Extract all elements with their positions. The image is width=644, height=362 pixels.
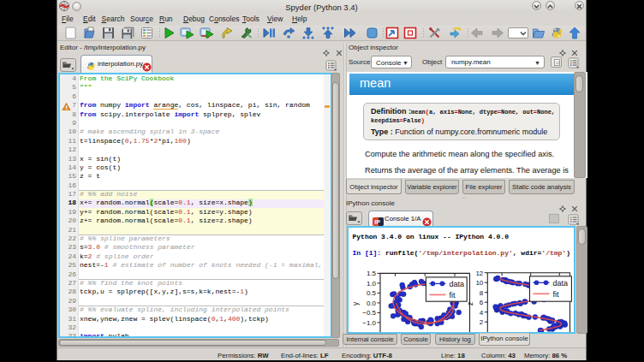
svg-text:1.5: 1.5 [367,270,377,277]
svg-text:2: 2 [480,318,484,326]
svg-text:fit: fit [553,290,560,299]
svg-text:6: 6 [480,299,484,306]
svg-text:y: y [351,301,360,306]
svg-text:−1.0: −1.0 [362,319,376,327]
svg-text:0.5: 0.5 [367,289,377,297]
svg-text:8: 8 [480,289,484,297]
svg-text:10: 10 [475,279,483,287]
svg-text:0.0: 0.0 [367,300,377,307]
svg-text:IP: IP [374,219,380,225]
svg-text:12: 12 [475,270,483,277]
svg-text:z: z [466,302,474,306]
svg-text:1.0: 1.0 [367,280,377,288]
svg-text:−0.5: −0.5 [362,309,376,317]
svg-text:data: data [449,280,464,288]
svg-text:4: 4 [480,309,484,317]
svg-text:data: data [553,279,569,288]
svg-text:fit: fit [449,291,456,300]
